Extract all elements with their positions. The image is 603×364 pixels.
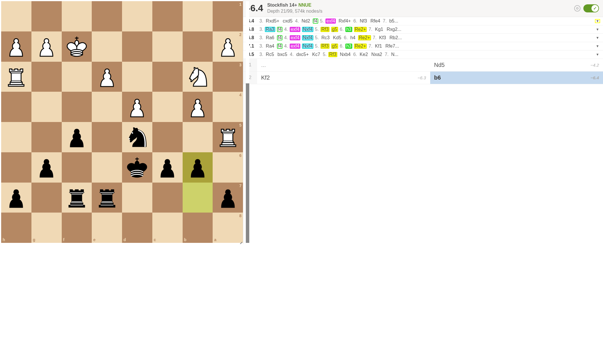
pv-move[interactable]: exf4 bbox=[290, 44, 300, 49]
square-f6[interactable] bbox=[62, 152, 92, 183]
square-e2[interactable] bbox=[92, 31, 122, 62]
piece-R[interactable] bbox=[1, 62, 31, 92]
engine-toggle[interactable]: ✓ bbox=[583, 4, 599, 12]
expand-icon[interactable]: ▼ bbox=[595, 27, 600, 31]
square-b2[interactable] bbox=[183, 31, 213, 62]
pv-line[interactable]: -6.43.Rxd5+cxd54.Nd2f45.exf4Rxf4+6.Nf3Rf… bbox=[243, 17, 603, 25]
pv-move[interactable]: Rf3 bbox=[321, 44, 329, 49]
pv-move[interactable]: cxd5 bbox=[282, 18, 293, 24]
move-cell[interactable]: Nd5−4.2 bbox=[430, 59, 603, 71]
piece-r[interactable] bbox=[92, 183, 122, 213]
square-b7[interactable] bbox=[183, 183, 213, 213]
square-f8[interactable]: f bbox=[62, 213, 92, 243]
pv-move[interactable]: Ke2 bbox=[359, 52, 369, 57]
pv-move[interactable]: b5... bbox=[388, 18, 399, 24]
square-f1[interactable] bbox=[62, 1, 92, 31]
move-cell[interactable]: b6−6.4 bbox=[430, 72, 603, 84]
piece-P[interactable] bbox=[1, 31, 31, 62]
pv-move[interactable]: f4 bbox=[277, 44, 282, 49]
square-g8[interactable]: g bbox=[31, 213, 62, 243]
square-a2[interactable]: 2 bbox=[213, 31, 243, 62]
square-d8[interactable]: d bbox=[122, 213, 152, 243]
expand-icon[interactable]: ▼ bbox=[595, 44, 600, 48]
piece-p[interactable] bbox=[31, 152, 62, 183]
square-d3[interactable] bbox=[122, 62, 152, 92]
square-h8[interactable]: h bbox=[1, 213, 31, 243]
square-e3[interactable] bbox=[92, 62, 122, 92]
square-h3[interactable] bbox=[1, 62, 31, 92]
piece-r[interactable] bbox=[62, 183, 92, 213]
square-a7[interactable]: 7 bbox=[213, 183, 243, 213]
pv-move[interactable]: dxc5+ bbox=[295, 52, 310, 57]
piece-P[interactable] bbox=[122, 92, 152, 122]
pv-move[interactable]: exf4 bbox=[290, 35, 300, 40]
expand-icon[interactable]: ▼ bbox=[595, 52, 600, 57]
pv-move[interactable]: Nxa2 bbox=[370, 52, 383, 57]
pv-move[interactable]: h3 bbox=[345, 44, 352, 49]
square-g7[interactable] bbox=[31, 183, 62, 213]
pv-move[interactable]: Ra4 bbox=[265, 44, 275, 49]
square-d7[interactable] bbox=[122, 183, 152, 213]
square-g4[interactable] bbox=[31, 92, 62, 122]
pv-move[interactable]: Re2+ bbox=[354, 27, 367, 32]
pv-move[interactable]: Rb2... bbox=[389, 35, 403, 40]
square-h4[interactable] bbox=[1, 92, 31, 122]
square-h1[interactable] bbox=[1, 1, 31, 31]
pv-move[interactable]: Kd5 bbox=[332, 35, 342, 40]
square-c8[interactable]: c bbox=[152, 213, 183, 243]
piece-P[interactable] bbox=[183, 92, 213, 122]
pv-move[interactable]: Rfe4 bbox=[370, 18, 381, 24]
pv-move[interactable]: f4 bbox=[277, 35, 282, 40]
pv-move[interactable]: exf4 bbox=[325, 18, 336, 24]
pv-line[interactable]: -8.53.Rc5bxc54.dxc5+Kc75.Rf3Nxb46.Ke2Nxa… bbox=[243, 50, 603, 59]
pv-move[interactable]: Rc3 bbox=[321, 35, 330, 40]
square-b3[interactable] bbox=[183, 62, 213, 92]
square-h7[interactable] bbox=[1, 183, 31, 213]
square-b1[interactable] bbox=[183, 1, 213, 31]
square-e4[interactable] bbox=[92, 92, 122, 122]
move-cell[interactable]: Kf2−6.3 bbox=[257, 72, 430, 84]
pv-line[interactable]: -6.83.Ra3f44.exf4Nxf45.Rf3g56.h3Re2+7.Kg… bbox=[243, 25, 603, 34]
square-b5[interactable] bbox=[183, 122, 213, 152]
square-g2[interactable] bbox=[31, 31, 62, 62]
pv-move[interactable]: exf4 bbox=[290, 27, 300, 32]
square-a5[interactable]: 5 bbox=[213, 122, 243, 152]
piece-R[interactable] bbox=[213, 122, 243, 152]
square-b6[interactable] bbox=[183, 152, 213, 183]
square-a3[interactable]: 3 bbox=[213, 62, 243, 92]
square-g3[interactable] bbox=[31, 62, 62, 92]
square-d4[interactable] bbox=[122, 92, 152, 122]
square-g1[interactable] bbox=[31, 1, 62, 31]
square-c3[interactable] bbox=[152, 62, 183, 92]
expand-icon[interactable]: ▼ bbox=[595, 36, 600, 40]
piece-P[interactable] bbox=[213, 31, 243, 62]
pv-move[interactable]: bxc5 bbox=[277, 52, 288, 57]
pv-move[interactable]: f4 bbox=[313, 18, 318, 24]
square-e7[interactable] bbox=[92, 183, 122, 213]
pv-move[interactable]: Kc7 bbox=[311, 52, 321, 57]
pv-move[interactable]: Rxd5+ bbox=[265, 18, 280, 24]
pv-move[interactable]: Nxf4 bbox=[302, 35, 313, 40]
square-a4[interactable]: 4 bbox=[213, 92, 243, 122]
piece-p[interactable] bbox=[152, 152, 183, 183]
pv-move[interactable]: Kf3 bbox=[378, 35, 387, 40]
pv-move[interactable]: Rfe7... bbox=[385, 44, 400, 49]
piece-p[interactable] bbox=[213, 183, 243, 213]
resize-handle-icon[interactable] bbox=[238, 238, 242, 242]
square-h6[interactable] bbox=[1, 152, 31, 183]
square-e1[interactable] bbox=[92, 1, 122, 31]
piece-p[interactable] bbox=[62, 122, 92, 152]
pv-move[interactable]: Ra6 bbox=[265, 35, 275, 40]
square-f4[interactable] bbox=[62, 92, 92, 122]
square-c1[interactable] bbox=[152, 1, 183, 31]
square-f7[interactable] bbox=[62, 183, 92, 213]
square-g6[interactable] bbox=[31, 152, 62, 183]
pv-move[interactable]: h4 bbox=[349, 35, 356, 40]
piece-N[interactable] bbox=[183, 62, 213, 92]
square-b4[interactable] bbox=[183, 92, 213, 122]
square-f3[interactable] bbox=[62, 62, 92, 92]
pv-move[interactable]: f4 bbox=[277, 27, 282, 32]
pv-move[interactable]: N... bbox=[390, 52, 399, 57]
target-icon[interactable] bbox=[574, 5, 580, 12]
pv-move[interactable]: Re2+ bbox=[358, 35, 371, 40]
